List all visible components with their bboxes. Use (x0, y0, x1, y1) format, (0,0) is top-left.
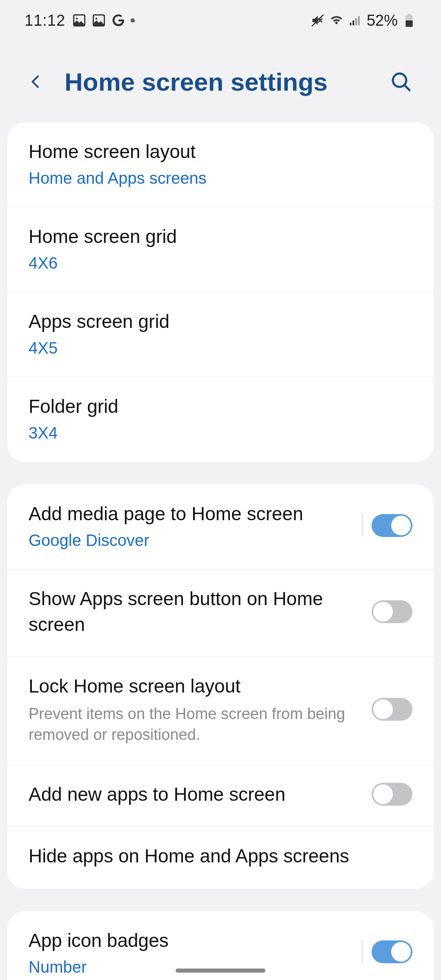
setting-sub: Number (29, 958, 350, 976)
status-time: 11:12 (24, 12, 65, 29)
svg-rect-6 (352, 20, 354, 25)
header: Home screen settings (0, 41, 441, 122)
setting-sub: 4X5 (29, 339, 412, 357)
svg-point-1 (76, 18, 78, 20)
toggle-add-new-apps[interactable] (372, 783, 412, 806)
setting-title: Add new apps to Home screen (29, 782, 359, 807)
svg-rect-7 (355, 18, 357, 25)
setting-title: Apps screen grid (29, 309, 412, 334)
divider (362, 940, 363, 963)
svg-rect-8 (358, 16, 360, 25)
status-right: 52% (310, 12, 416, 29)
more-notif-dot (131, 18, 135, 22)
setting-apps-button[interactable]: Show Apps screen button on Home screen (7, 570, 434, 657)
setting-home-grid[interactable]: Home screen grid 4X6 (7, 207, 434, 292)
svg-rect-5 (350, 22, 352, 25)
setting-title: Add media page to Home screen (29, 501, 350, 526)
setting-apps-grid[interactable]: Apps screen grid 4X5 (7, 292, 434, 377)
setting-title: Folder grid (29, 394, 412, 419)
card-options: Add media page to Home screen Google Dis… (7, 485, 434, 888)
setting-sub: Home and Apps screens (29, 169, 412, 187)
back-button[interactable] (28, 74, 44, 90)
status-bar: 11:12 52% (0, 0, 441, 41)
setting-sub: 4X6 (29, 254, 412, 272)
card-layout: Home screen layout Home and Apps screens… (7, 122, 434, 462)
setting-title: Home screen grid (29, 224, 412, 249)
toggle-icon-badges[interactable] (372, 940, 412, 963)
settings-content: Home screen layout Home and Apps screens… (0, 122, 441, 980)
setting-hide-apps[interactable]: Hide apps on Home and Apps screens (7, 827, 434, 888)
signal-icon (348, 13, 363, 28)
setting-add-new-apps[interactable]: Add new apps to Home screen (7, 765, 434, 827)
status-left: 11:12 (24, 12, 135, 29)
toggle-media-page[interactable] (372, 514, 412, 537)
svg-rect-11 (405, 20, 412, 27)
image-icon (72, 13, 87, 28)
svg-line-13 (404, 85, 410, 90)
battery-pct-text: 52% (367, 12, 398, 29)
chevron-left-icon (28, 70, 44, 93)
setting-lock-layout[interactable]: Lock Home screen layout Prevent items on… (7, 657, 434, 766)
setting-title: Home screen layout (29, 139, 412, 164)
toggle-apps-button[interactable] (372, 600, 412, 623)
setting-folder-grid[interactable]: Folder grid 3X4 (7, 377, 434, 462)
search-button[interactable] (389, 69, 413, 94)
setting-sub: Google Discover (29, 531, 350, 550)
setting-title: Lock Home screen layout (29, 673, 359, 699)
wifi-icon (329, 13, 344, 28)
setting-home-layout[interactable]: Home screen layout Home and Apps screens (7, 122, 434, 207)
nav-indicator[interactable] (176, 969, 265, 973)
setting-media-page[interactable]: Add media page to Home screen Google Dis… (7, 485, 434, 570)
status-notif-icons (72, 13, 135, 28)
search-icon (390, 70, 412, 93)
google-icon (111, 13, 126, 28)
mute-icon (310, 13, 325, 28)
setting-sub: 3X4 (29, 424, 412, 442)
setting-title: Show Apps screen button on Home screen (29, 586, 359, 637)
setting-title: App icon badges (29, 928, 350, 953)
setting-title: Hide apps on Home and Apps screens (29, 843, 412, 869)
page-title: Home screen settings (65, 67, 368, 96)
toggle-lock-layout[interactable] (372, 698, 412, 721)
svg-rect-10 (408, 14, 411, 16)
divider (362, 514, 363, 537)
image-icon (91, 13, 106, 28)
battery-icon (402, 13, 416, 28)
svg-point-3 (96, 18, 98, 20)
setting-desc: Prevent items on the Home screen from be… (29, 704, 359, 746)
